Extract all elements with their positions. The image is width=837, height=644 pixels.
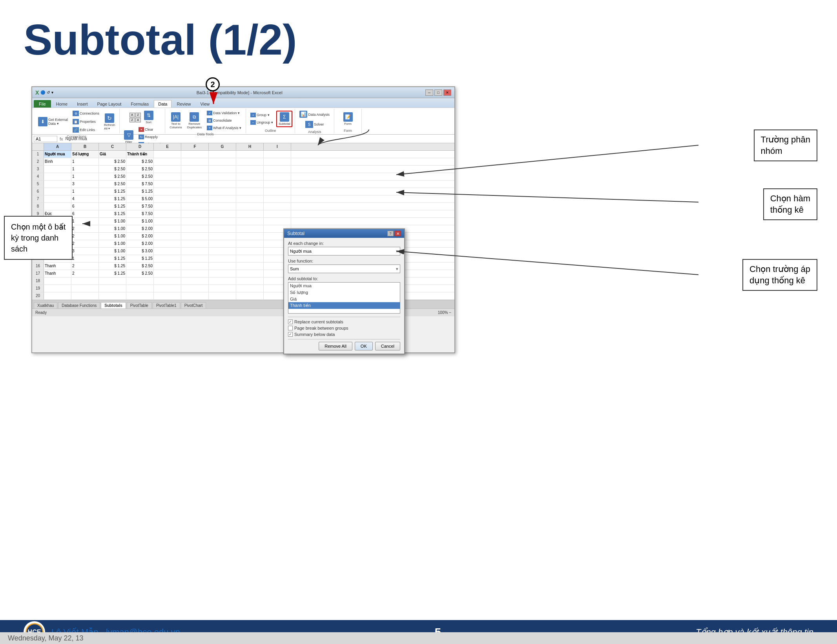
replace-subtotals-label: Replace current subtotals bbox=[294, 319, 343, 324]
col-A[interactable]: A bbox=[44, 143, 71, 150]
data-validation-btn[interactable]: ✓Data Validation ▾ bbox=[205, 109, 243, 117]
ok-btn[interactable]: OK bbox=[355, 342, 373, 350]
step2-circle: 2 bbox=[206, 77, 220, 91]
column-headers: A B C D E F G H I bbox=[32, 143, 454, 151]
list-item-nguoi-mua[interactable]: Người mua bbox=[288, 283, 400, 289]
tab-page-layout[interactable]: Page Layout bbox=[93, 100, 126, 108]
slide-title: Subtotal (1/2) bbox=[24, 16, 813, 63]
cell-c1[interactable]: Giá bbox=[99, 151, 126, 158]
connections-btn[interactable]: ⚙Connections bbox=[71, 109, 101, 117]
titlebar-controls: ─ □ ✕ bbox=[425, 89, 451, 96]
corner-cell bbox=[32, 143, 44, 150]
chon-ham-text: Chọn hàmthống kê bbox=[770, 193, 810, 215]
use-function-select[interactable]: Sum ▾ bbox=[288, 265, 400, 273]
connections-buttons: ⬇ Get ExternalData ▾ ⚙Connections 📋Prope… bbox=[36, 109, 117, 134]
col-I[interactable]: I bbox=[264, 143, 291, 150]
form-btn[interactable]: 📝 Form bbox=[341, 111, 355, 127]
sheet-tab-pivottable[interactable]: PivotTable bbox=[127, 302, 152, 308]
sort-icon: ⇅ bbox=[144, 111, 153, 120]
at-each-change-select[interactable]: Người mua ▾ bbox=[288, 247, 400, 255]
cell-b1[interactable]: Số lượng bbox=[71, 151, 99, 158]
tab-insert[interactable]: Insert bbox=[73, 100, 92, 108]
use-function-arrow: ▾ bbox=[396, 266, 398, 272]
table-row: 10 Hoa 1 $ 1.00 $ 1.00 bbox=[32, 218, 454, 225]
what-if-btn[interactable]: ?What-If Analysis ▾ bbox=[205, 124, 243, 131]
edit-links-btn[interactable]: 🔗Edit Links bbox=[71, 126, 101, 134]
summary-below-checkbox[interactable] bbox=[288, 332, 293, 337]
consolidate-btn[interactable]: ⊞Consolidate bbox=[205, 117, 243, 124]
chon-truong-text: Chọn trường ápdụng thống kê bbox=[749, 264, 810, 285]
truong-phan-nhom-text: Trường phânnhóm bbox=[761, 135, 810, 156]
cell-a1[interactable]: Người mua bbox=[44, 151, 71, 158]
cell-f1[interactable] bbox=[181, 151, 209, 158]
sort-btn[interactable]: ⇅ Sort bbox=[142, 109, 155, 125]
table-row: 4 1 $ 2.50 $ 2.50 bbox=[32, 173, 454, 181]
sheet-tab-database[interactable]: Database Functions bbox=[58, 302, 100, 308]
at-each-change-arrow: ▾ bbox=[396, 249, 398, 254]
dialog-close-btn[interactable]: ✕ bbox=[395, 231, 401, 236]
dialog-titlebar: Subtotal ? ✕ bbox=[284, 229, 404, 238]
refresh-all-icon: ↻ bbox=[105, 113, 114, 123]
tab-data[interactable]: Data bbox=[154, 100, 171, 108]
properties-btn[interactable]: 📋Properties bbox=[71, 118, 101, 126]
list-item-so-luong[interactable]: Số lượng bbox=[288, 289, 400, 296]
sheet-tab-xuatkhau[interactable]: Xuatkhau bbox=[34, 302, 57, 308]
tab-file[interactable]: File bbox=[34, 100, 51, 108]
cancel-btn[interactable]: Cancel bbox=[375, 342, 400, 350]
page-break-checkbox[interactable] bbox=[288, 326, 293, 330]
tab-view[interactable]: View bbox=[196, 100, 214, 108]
col-B[interactable]: B bbox=[71, 143, 99, 150]
sheet-tab-subtotals[interactable]: Subtotals bbox=[101, 302, 126, 308]
refresh-all-btn[interactable]: ↻ RefreshAll ▾ bbox=[102, 112, 117, 131]
text-to-columns-btn[interactable]: |A| Text toColumns bbox=[168, 111, 184, 130]
cell-reference[interactable]: A1 bbox=[34, 136, 57, 142]
formula-separator: fx bbox=[60, 137, 63, 141]
tab-review[interactable]: Review bbox=[172, 100, 195, 108]
subtotal-btn[interactable]: Σ Subtotal bbox=[276, 111, 292, 127]
cell-h1[interactable] bbox=[236, 151, 264, 158]
summary-below-label: Summary below data bbox=[294, 332, 335, 337]
list-item-thanh-tien[interactable]: Thành tiền bbox=[288, 302, 400, 309]
remove-duplicates-btn[interactable]: ⧉ RemoveDuplicates bbox=[185, 111, 204, 130]
maximize-btn[interactable]: □ bbox=[434, 89, 442, 96]
col-E[interactable]: E bbox=[154, 143, 181, 150]
ribbon-content: ⬇ Get ExternalData ▾ ⚙Connections 📋Prope… bbox=[32, 108, 454, 134]
ungroup-btn[interactable]: −Ungroup ▾ bbox=[248, 119, 275, 126]
sheet-tab-pivotchart[interactable]: PivotChart bbox=[181, 302, 206, 308]
col-C[interactable]: C bbox=[99, 143, 126, 150]
replace-subtotals-checkbox[interactable] bbox=[288, 319, 293, 324]
get-external-data-btn[interactable]: ⬇ Get ExternalData ▾ bbox=[36, 116, 70, 128]
col-H[interactable]: H bbox=[236, 143, 264, 150]
add-subtotal-listbox[interactable]: Người mua Số lượng Giá Thành tiền bbox=[288, 282, 400, 314]
close-btn[interactable]: ✕ bbox=[443, 89, 451, 96]
dialog-help-btn[interactable]: ? bbox=[387, 231, 394, 236]
form-icon: 📝 bbox=[343, 112, 353, 122]
tab-formulas[interactable]: Formulas bbox=[126, 100, 153, 108]
formula-bar: A1 fx Người mua bbox=[32, 135, 454, 143]
data-analysis-btn[interactable]: 📊 Data Analysis bbox=[297, 109, 332, 119]
col-D[interactable]: D bbox=[126, 143, 154, 150]
sheet-tab-pivottable1[interactable]: PivotTable1 bbox=[153, 302, 180, 308]
remove-all-btn[interactable]: Remove All bbox=[319, 342, 352, 350]
col-F[interactable]: F bbox=[181, 143, 209, 150]
dialog-divider-2 bbox=[288, 339, 400, 339]
col-G[interactable]: G bbox=[209, 143, 236, 150]
cell-e1[interactable] bbox=[154, 151, 181, 158]
excel-titlebar: X 🔵 ↺ ▾ Bai3-1 [Compatibility Mode] - Mi… bbox=[32, 87, 454, 98]
clear-btn[interactable]: ✕Clear bbox=[137, 126, 162, 133]
cell-i1[interactable] bbox=[264, 151, 291, 158]
ribbon-group-outline: +Group ▾ −Ungroup ▾ Σ Subtotal Outline bbox=[246, 109, 295, 133]
solver-btn[interactable]: S Solver bbox=[303, 120, 326, 129]
list-item-gia[interactable]: Giá bbox=[288, 296, 400, 302]
group-btn[interactable]: +Group ▾ bbox=[248, 111, 275, 119]
minimize-btn[interactable]: ─ bbox=[425, 89, 433, 96]
cell-d1[interactable]: Thành tiền bbox=[126, 151, 154, 158]
formula-input[interactable]: Người mua bbox=[66, 136, 453, 141]
annotation-truong-phan-nhom: Trường phânnhóm bbox=[754, 130, 817, 161]
slide: Subtotal (1/2) X 🔵 ↺ ▾ Bai3-1 [Compatibi… bbox=[0, 0, 837, 620]
cell-g1[interactable] bbox=[209, 151, 236, 158]
ribbon: File Home Insert Page Layout Formulas Da… bbox=[32, 98, 454, 135]
data-analysis-icon: 📊 bbox=[299, 111, 307, 118]
at-each-change-label: At each change in: bbox=[288, 241, 400, 246]
tab-home[interactable]: Home bbox=[52, 100, 72, 108]
